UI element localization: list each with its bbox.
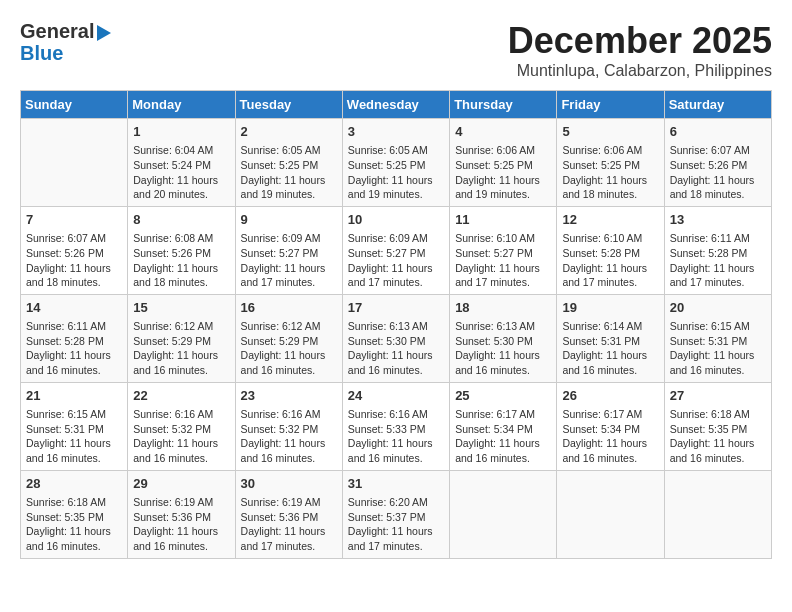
weekday-header-monday: Monday: [128, 91, 235, 119]
day-info-line: and 19 minutes.: [455, 187, 551, 202]
day-info-line: Daylight: 11 hours: [455, 348, 551, 363]
day-info-line: Sunrise: 6:10 AM: [562, 231, 658, 246]
calendar-cell: 21Sunrise: 6:15 AMSunset: 5:31 PMDayligh…: [21, 382, 128, 470]
calendar-cell: 9Sunrise: 6:09 AMSunset: 5:27 PMDaylight…: [235, 206, 342, 294]
day-info-line: and 17 minutes.: [562, 275, 658, 290]
day-info-line: Sunrise: 6:10 AM: [455, 231, 551, 246]
day-info-line: Sunset: 5:36 PM: [241, 510, 337, 525]
page-header: General Blue December 2025 Muntinlupa, C…: [20, 20, 772, 80]
calendar-cell: 1Sunrise: 6:04 AMSunset: 5:24 PMDaylight…: [128, 119, 235, 207]
day-info-line: Daylight: 11 hours: [562, 261, 658, 276]
day-info-line: Daylight: 11 hours: [348, 348, 444, 363]
day-info-line: and 16 minutes.: [241, 451, 337, 466]
day-info-line: and 16 minutes.: [26, 539, 122, 554]
day-info-line: and 16 minutes.: [455, 363, 551, 378]
calendar-row-4: 28Sunrise: 6:18 AMSunset: 5:35 PMDayligh…: [21, 470, 772, 558]
calendar-table: SundayMondayTuesdayWednesdayThursdayFrid…: [20, 90, 772, 559]
day-number: 13: [670, 211, 766, 229]
day-info-line: Sunset: 5:30 PM: [455, 334, 551, 349]
title-block: December 2025 Muntinlupa, Calabarzon, Ph…: [508, 20, 772, 80]
day-info-line: Sunrise: 6:18 AM: [670, 407, 766, 422]
day-info-line: Sunset: 5:30 PM: [348, 334, 444, 349]
day-number: 29: [133, 475, 229, 493]
calendar-cell: 23Sunrise: 6:16 AMSunset: 5:32 PMDayligh…: [235, 382, 342, 470]
day-info-line: Sunrise: 6:16 AM: [133, 407, 229, 422]
day-info-line: Daylight: 11 hours: [670, 348, 766, 363]
day-info-line: Sunset: 5:35 PM: [26, 510, 122, 525]
day-number: 5: [562, 123, 658, 141]
calendar-row-1: 7Sunrise: 6:07 AMSunset: 5:26 PMDaylight…: [21, 206, 772, 294]
day-info-line: Sunrise: 6:07 AM: [26, 231, 122, 246]
day-info-line: Sunset: 5:29 PM: [133, 334, 229, 349]
day-number: 26: [562, 387, 658, 405]
day-number: 10: [348, 211, 444, 229]
day-number: 25: [455, 387, 551, 405]
day-info-line: and 16 minutes.: [133, 363, 229, 378]
day-info-line: Sunset: 5:32 PM: [133, 422, 229, 437]
day-info-line: Sunrise: 6:19 AM: [241, 495, 337, 510]
weekday-header-sunday: Sunday: [21, 91, 128, 119]
day-info-line: Daylight: 11 hours: [562, 436, 658, 451]
day-info-line: Daylight: 11 hours: [133, 173, 229, 188]
calendar-cell: 3Sunrise: 6:05 AMSunset: 5:25 PMDaylight…: [342, 119, 449, 207]
day-number: 24: [348, 387, 444, 405]
calendar-cell: 31Sunrise: 6:20 AMSunset: 5:37 PMDayligh…: [342, 470, 449, 558]
calendar-cell: 19Sunrise: 6:14 AMSunset: 5:31 PMDayligh…: [557, 294, 664, 382]
day-info-line: Daylight: 11 hours: [670, 173, 766, 188]
day-info-line: Sunrise: 6:17 AM: [562, 407, 658, 422]
day-number: 4: [455, 123, 551, 141]
day-info-line: and 17 minutes.: [348, 275, 444, 290]
weekday-header-row: SundayMondayTuesdayWednesdayThursdayFrid…: [21, 91, 772, 119]
day-info-line: Sunset: 5:37 PM: [348, 510, 444, 525]
day-number: 16: [241, 299, 337, 317]
calendar-cell: 26Sunrise: 6:17 AMSunset: 5:34 PMDayligh…: [557, 382, 664, 470]
day-info-line: and 17 minutes.: [670, 275, 766, 290]
day-info-line: Sunrise: 6:06 AM: [562, 143, 658, 158]
day-info-line: and 16 minutes.: [26, 451, 122, 466]
calendar-cell: 29Sunrise: 6:19 AMSunset: 5:36 PMDayligh…: [128, 470, 235, 558]
day-info-line: Sunrise: 6:19 AM: [133, 495, 229, 510]
logo-triangle: [97, 25, 111, 41]
calendar-cell: 13Sunrise: 6:11 AMSunset: 5:28 PMDayligh…: [664, 206, 771, 294]
day-info-line: Sunset: 5:25 PM: [241, 158, 337, 173]
day-info-line: Sunrise: 6:11 AM: [670, 231, 766, 246]
day-info-line: Sunset: 5:36 PM: [133, 510, 229, 525]
day-info-line: Sunset: 5:26 PM: [670, 158, 766, 173]
day-info-line: Daylight: 11 hours: [133, 261, 229, 276]
day-info-line: Sunrise: 6:09 AM: [348, 231, 444, 246]
day-info-line: Daylight: 11 hours: [241, 524, 337, 539]
day-info-line: Sunrise: 6:11 AM: [26, 319, 122, 334]
logo-general: General: [20, 20, 94, 42]
day-info-line: Sunset: 5:25 PM: [562, 158, 658, 173]
calendar-cell: 15Sunrise: 6:12 AMSunset: 5:29 PMDayligh…: [128, 294, 235, 382]
day-number: 12: [562, 211, 658, 229]
calendar-cell: 30Sunrise: 6:19 AMSunset: 5:36 PMDayligh…: [235, 470, 342, 558]
day-number: 23: [241, 387, 337, 405]
calendar-cell: [450, 470, 557, 558]
calendar-cell: 25Sunrise: 6:17 AMSunset: 5:34 PMDayligh…: [450, 382, 557, 470]
day-info-line: Sunrise: 6:04 AM: [133, 143, 229, 158]
day-number: 31: [348, 475, 444, 493]
day-info-line: Daylight: 11 hours: [455, 173, 551, 188]
day-info-line: Sunset: 5:27 PM: [348, 246, 444, 261]
day-info-line: Daylight: 11 hours: [241, 173, 337, 188]
day-info-line: and 20 minutes.: [133, 187, 229, 202]
calendar-cell: 11Sunrise: 6:10 AMSunset: 5:27 PMDayligh…: [450, 206, 557, 294]
calendar-cell: 20Sunrise: 6:15 AMSunset: 5:31 PMDayligh…: [664, 294, 771, 382]
day-number: 22: [133, 387, 229, 405]
calendar-cell: [664, 470, 771, 558]
day-info-line: and 17 minutes.: [241, 539, 337, 554]
day-number: 8: [133, 211, 229, 229]
calendar-cell: 16Sunrise: 6:12 AMSunset: 5:29 PMDayligh…: [235, 294, 342, 382]
day-info-line: and 16 minutes.: [562, 451, 658, 466]
day-info-line: Sunset: 5:27 PM: [241, 246, 337, 261]
day-number: 20: [670, 299, 766, 317]
day-info-line: Daylight: 11 hours: [241, 261, 337, 276]
day-number: 9: [241, 211, 337, 229]
day-info-line: Sunrise: 6:17 AM: [455, 407, 551, 422]
day-info-line: Sunrise: 6:13 AM: [455, 319, 551, 334]
day-info-line: Daylight: 11 hours: [133, 348, 229, 363]
day-info-line: Sunset: 5:34 PM: [455, 422, 551, 437]
day-number: 3: [348, 123, 444, 141]
day-info-line: Sunset: 5:33 PM: [348, 422, 444, 437]
